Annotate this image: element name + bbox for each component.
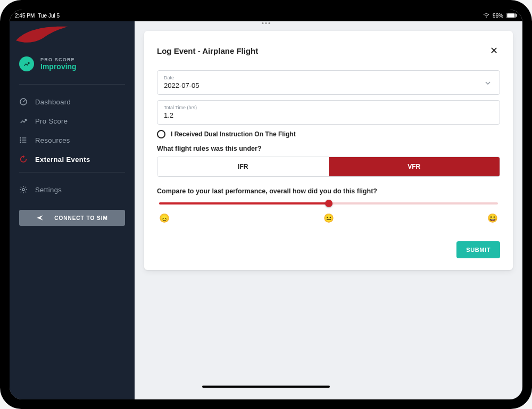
vfr-option[interactable]: VFR (329, 157, 500, 176)
flight-rules-segmented: IFR VFR (157, 157, 500, 177)
chart-icon (19, 117, 28, 125)
sidebar-item-label: Pro Score (35, 117, 68, 125)
slider-fill (159, 202, 329, 204)
emoji-sad-icon: 😞 (159, 213, 170, 223)
dual-instruction-radio[interactable]: I Received Dual Instruction On The Fligh… (157, 130, 500, 138)
close-icon: ✕ (490, 45, 498, 56)
nav-menu: Dashboard Pro Score (10, 92, 135, 169)
divider (19, 84, 125, 85)
status-date: Tue Jul 5 (38, 13, 60, 19)
gauge-icon (19, 97, 28, 106)
svg-rect-2 (507, 13, 514, 18)
svg-point-10 (20, 142, 21, 142)
dual-instruction-label: I Received Dual Instruction On The Fligh… (171, 130, 296, 138)
sidebar-item-label: Resources (35, 136, 70, 144)
battery-percent: 96% (493, 13, 503, 19)
content-area: Log Event - Airplane Flight ✕ Date 2022-… (135, 21, 522, 399)
slider-track (159, 202, 498, 204)
sidebar: PRO SCORE Improving Dashboard (10, 21, 135, 399)
multitask-dots (262, 22, 270, 24)
svg-point-11 (22, 189, 24, 191)
app-root: PRO SCORE Improving Dashboard (10, 21, 522, 399)
compare-question: Compare to your last performance, overal… (157, 187, 500, 195)
emoji-happy-icon: 😀 (487, 213, 498, 223)
sidebar-item-dashboard[interactable]: Dashboard (10, 92, 135, 111)
pro-score-label: PRO SCORE (40, 57, 77, 62)
sidebar-item-label: External Events (35, 156, 90, 163)
divider (19, 172, 125, 173)
card-title: Log Event - Airplane Flight (157, 46, 258, 55)
battery-icon (506, 13, 517, 18)
status-bar: 2:45 PM Tue Jul 5 96% (10, 10, 522, 21)
date-field-value: 2022-07-05 (164, 81, 200, 89)
tablet-frame: 2:45 PM Tue Jul 5 96% (0, 0, 532, 409)
chevron-down-icon (485, 78, 491, 87)
total-time-field[interactable]: Total Time (hrs) 1.2 (157, 100, 500, 125)
sidebar-item-label: Dashboard (35, 98, 71, 106)
home-indicator[interactable] (202, 386, 330, 388)
sidebar-item-settings[interactable]: Settings (10, 180, 135, 199)
connect-button-label: CONNECT TO SIM (54, 215, 107, 221)
svg-rect-3 (516, 14, 517, 17)
airplane-icon (36, 214, 44, 222)
radio-unchecked-icon (157, 130, 165, 138)
connect-to-sim-button[interactable]: CONNECT TO SIM (19, 210, 125, 226)
sidebar-item-pro-score[interactable]: Pro Score (10, 111, 135, 130)
date-field[interactable]: Date 2022-07-05 (157, 70, 500, 95)
sidebar-item-external-events[interactable]: External Events (10, 150, 135, 169)
gear-icon (19, 185, 28, 194)
wifi-icon (483, 13, 489, 18)
svg-point-9 (20, 140, 21, 140)
brand-logo (10, 21, 135, 44)
ifr-option[interactable]: IFR (157, 157, 329, 176)
emoji-neutral-icon: 😐 (323, 213, 334, 223)
flight-rules-question: What flight rules was this under? (157, 145, 500, 152)
screen: 2:45 PM Tue Jul 5 96% (10, 10, 522, 399)
list-icon (19, 136, 28, 144)
status-time: 2:45 PM (15, 13, 35, 19)
submit-button[interactable]: SUBMIT (456, 241, 500, 258)
sidebar-item-resources[interactable]: Resources (10, 130, 135, 150)
total-time-value: 1.2 (164, 111, 173, 119)
close-button[interactable]: ✕ (488, 43, 500, 59)
refresh-icon (19, 155, 28, 163)
pro-score-value: Improving (40, 62, 77, 71)
trend-up-icon (19, 56, 34, 71)
total-time-label: Total Time (hrs) (164, 105, 493, 110)
log-event-card: Log Event - Airplane Flight ✕ Date 2022-… (144, 31, 513, 270)
svg-point-8 (20, 137, 21, 138)
svg-point-0 (486, 17, 486, 18)
performance-slider[interactable]: 😞 😐 😀 (157, 202, 500, 223)
pro-score-widget[interactable]: PRO SCORE Improving (10, 44, 135, 81)
sidebar-item-label: Settings (35, 186, 62, 194)
slider-thumb[interactable] (325, 200, 332, 207)
date-field-label: Date (164, 75, 493, 80)
